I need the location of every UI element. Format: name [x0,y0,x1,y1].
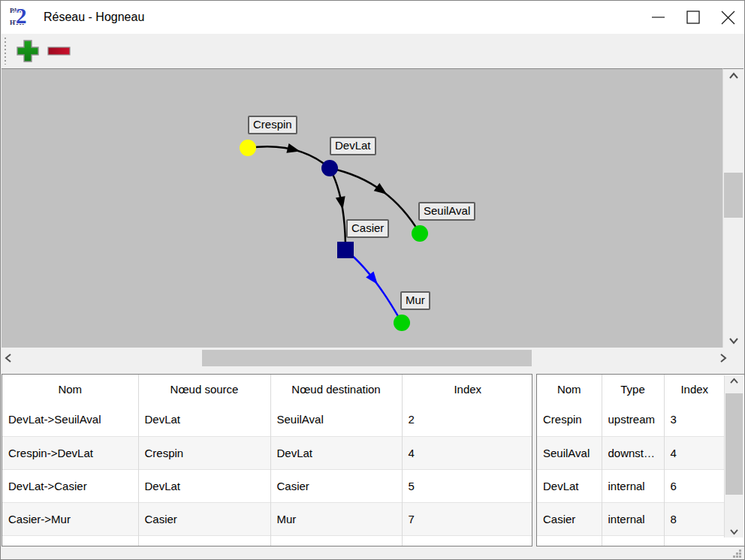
node-Mur[interactable] [394,315,410,331]
toolbar [2,34,745,68]
canvas-vscroll-thumb[interactable] [724,173,743,218]
edge-Casier-Mur[interactable] [345,250,402,323]
chevron-left-icon [5,353,12,363]
nodes-table-scrollbar[interactable] [724,375,743,537]
table-row-partial [2,535,532,546]
table-cell[interactable]: Casier [537,502,602,535]
remove-button[interactable] [45,36,74,66]
toolbar-drag-handle[interactable] [5,38,6,65]
table-cell[interactable]: 4 [402,436,532,469]
table-cell [402,535,532,546]
network-canvas[interactable]: CrespinDevLatSeuilAvalCasierMur [2,68,724,348]
reaches-table[interactable]: NomNœud sourceNœud destinationIndex DevL… [2,375,532,546]
maximize-button[interactable] [676,1,710,34]
column-header[interactable]: Nœud destination [270,375,402,403]
table-cell[interactable]: 4 [664,436,725,469]
table-row[interactable]: SeuilAvaldownst…4 [537,436,725,469]
column-header[interactable]: Nom [2,375,138,403]
table-cell[interactable]: 6 [664,469,725,502]
minimize-button[interactable] [641,1,676,34]
table-cell[interactable]: upstream [602,403,664,436]
node-Casier[interactable] [337,242,354,258]
nodes-table[interactable]: NomTypeIndex Crespinupstream3SeuilAvaldo… [537,375,725,546]
table-cell[interactable]: DevLat->Casier [2,469,138,502]
chevron-down-icon [729,528,739,535]
tables-row: NomNœud sourceNœud destinationIndex DevL… [2,374,745,546]
reaches-table-body: DevLat->SeuilAvalDevLatSeuilAval2Crespin… [2,403,532,546]
node-label-DevLat[interactable]: DevLat [330,137,376,155]
table-cell [138,535,270,546]
table-row[interactable]: Casier->MurCasierMur7 [2,502,532,535]
scroll-left-button[interactable] [5,349,12,367]
table-cell [602,535,664,546]
close-button[interactable] [710,1,745,34]
nodes-table-body: Crespinupstream3SeuilAvaldownst…4DevLati… [537,403,725,546]
table-cell[interactable]: Crespin->DevLat [2,436,138,469]
node-DevLat[interactable] [321,160,338,176]
table-cell[interactable]: SeuilAval [270,403,402,436]
table-cell [664,535,725,546]
table-cell[interactable]: Crespin [537,403,602,436]
table-row[interactable]: Casierinternal8 [537,502,725,535]
column-header[interactable]: Index [664,375,725,403]
table-cell[interactable]: DevLat [138,469,270,502]
table-row[interactable]: DevLat->SeuilAvalDevLatSeuilAval2 [2,403,532,436]
table-cell[interactable]: Mur [270,502,402,535]
table-cell[interactable]: internal [602,469,664,502]
canvas-hscroll-thumb[interactable] [202,350,532,366]
node-SeuilAval[interactable] [412,225,428,242]
table-cell[interactable]: Casier [138,502,270,535]
column-header[interactable]: Type [602,375,664,403]
app-logo-icon: PAM HYR 2 [9,6,35,29]
chevron-down-icon [728,337,739,345]
status-bar [2,546,745,560]
table-row[interactable]: Crespin->DevLatCrespinDevLat4 [2,436,532,469]
table-cell[interactable]: DevLat [270,436,402,469]
table-cell[interactable]: 7 [402,502,532,535]
table-cell[interactable]: DevLat->SeuilAval [2,403,138,436]
table-cell[interactable]: DevLat [138,403,270,436]
table-cell[interactable]: 8 [664,502,725,535]
node-label-Casier[interactable]: Casier [346,219,389,238]
resize-grip-icon[interactable] [733,549,741,558]
table-cell[interactable]: 3 [664,403,725,436]
header-row: NomTypeIndex [537,375,725,403]
table-row-partial [537,535,725,546]
table-cell[interactable]: Casier [270,469,402,502]
node-label-Crespin[interactable]: Crespin [248,116,297,134]
nodes-table-panel: NomTypeIndex Crespinupstream3SeuilAvaldo… [536,374,745,546]
table-cell[interactable]: 2 [402,403,532,436]
scroll-up-button[interactable] [723,72,743,80]
table-cell[interactable]: Casier->Mur [2,502,138,535]
close-icon [721,11,735,25]
node-label-Mur[interactable]: Mur [400,291,430,310]
table-row[interactable]: DevLat->CasierDevLatCasier5 [2,469,532,502]
column-header[interactable]: Nœud source [138,375,270,403]
chevron-up-icon [728,72,739,80]
column-header[interactable]: Nom [537,375,602,403]
edge-DevLat-Casier[interactable] [330,168,345,250]
scroll-up-button[interactable] [725,378,743,384]
table-row[interactable]: DevLatinternal6 [537,469,725,502]
table-row[interactable]: Crespinupstream3 [537,403,725,436]
scroll-down-button[interactable] [725,528,743,535]
table-cell[interactable]: Crespin [138,436,270,469]
node-label-SeuilAval[interactable]: SeuilAval [418,202,475,221]
table-cell[interactable]: SeuilAval [537,436,602,469]
table-cell[interactable]: 5 [402,469,532,502]
edge-arrow-icon [286,143,301,156]
add-button[interactable] [14,36,42,66]
table-cell[interactable]: DevLat [537,469,602,502]
canvas-vertical-scrollbar[interactable] [722,68,743,348]
table-cell[interactable]: internal [602,502,664,535]
nodes-table-scroll-thumb[interactable] [725,393,743,495]
column-header[interactable]: Index [402,375,532,403]
node-Crespin[interactable] [240,140,256,156]
scroll-right-button[interactable] [719,349,727,367]
canvas-horizontal-scrollbar[interactable] [2,349,731,367]
reaches-table-panel: NomNœud sourceNœud destinationIndex DevL… [2,374,532,546]
app-window: PAM HYR 2 Réseau - Hogneau [0,0,745,560]
table-cell[interactable]: downst… [602,436,664,469]
scroll-down-button[interactable] [723,337,743,345]
header-row: NomNœud sourceNœud destinationIndex [2,375,532,403]
